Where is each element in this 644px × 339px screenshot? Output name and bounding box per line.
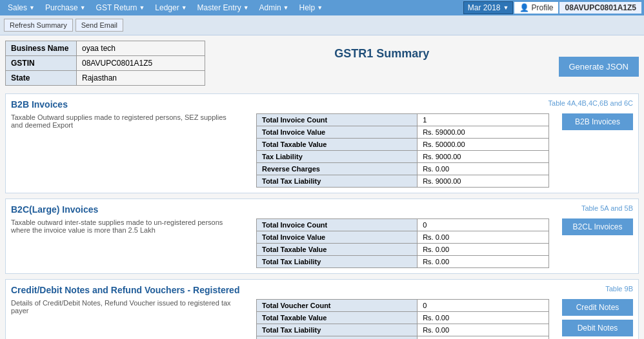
nav-admin[interactable]: Admin ▼	[254, 1, 294, 14]
date-selector[interactable]: Mar 2018 ▼	[463, 1, 514, 14]
table-row: Reverse ChargesRs. 0.00	[257, 163, 549, 175]
row-value: Rs. 59000.00	[418, 126, 549, 139]
nav-sales[interactable]: Sales ▼	[3, 1, 40, 14]
row-value: Rs. 9000.00	[418, 175, 549, 188]
nav-master-entry[interactable]: Master Entry ▼	[192, 1, 254, 14]
page-title: GSTR1 Summary	[218, 41, 546, 61]
row-label: Total Invoice Count	[257, 114, 418, 126]
generate-json-button[interactable]: Generate JSON	[559, 57, 639, 77]
section-b2b: B2B InvoicesTable 4A,4B,4C,6B and 6CTaxa…	[5, 93, 639, 193]
section-actions: B2B Invoices	[556, 113, 633, 130]
row-label: Total Invoice Value	[257, 126, 418, 139]
table-row: Total Invoice ValueRs. 0.00	[257, 231, 549, 244]
row-value: 0	[418, 219, 549, 231]
data-table: Total Voucher Count0Total Taxable ValueR…	[256, 299, 549, 339]
refresh-summary-button[interactable]: Refresh Summary	[4, 19, 73, 32]
table-row: Total Tax LiabilityRs. 9000.00	[257, 175, 549, 188]
row-label: Total Invoice Count	[257, 219, 418, 231]
top-navigation: Sales ▼ Purchase ▼ GST Return ▼ Ledger ▼…	[0, 0, 644, 15]
nav-purchase[interactable]: Purchase ▼	[40, 1, 91, 14]
section-title: B2B Invoices	[11, 99, 68, 110]
b2cl-invoices-btn[interactable]: B2CL Invoices	[562, 218, 633, 235]
section-header: Credit/Debit Notes and Refund Vouchers -…	[11, 285, 633, 295]
row-label: Reverse Charges	[257, 163, 418, 175]
section-table-ref: Table 5A and 5B	[581, 204, 633, 212]
table-row: Business Name oyaa tech	[6, 41, 205, 56]
state-label: State	[6, 71, 77, 86]
section-body: Taxable Outward supplies made to registe…	[11, 113, 633, 188]
data-table: Total Invoice Count1Total Invoice ValueR…	[256, 113, 549, 188]
nav-gst-return[interactable]: GST Return ▼	[91, 1, 150, 14]
row-label: Total Taxable Value	[257, 244, 418, 256]
table-row: Total Taxable ValueRs. 50000.00	[257, 139, 549, 151]
table-row: Net Taxable ValueRs. 0.00	[257, 336, 549, 340]
row-value: Rs. 0.00	[418, 244, 549, 256]
row-label: Total Taxable Value	[257, 139, 418, 151]
row-value: Rs. 0.00	[418, 324, 549, 336]
toolbar: Refresh Summary Send Email	[0, 15, 644, 35]
section-data: Total Voucher Count0Total Taxable ValueR…	[256, 299, 549, 339]
section-body: Details of Credit/Debit Notes, Refund Vo…	[11, 299, 633, 339]
section-table-ref: Table 4A,4B,4C,6B and 6C	[548, 99, 633, 107]
row-value: 1	[418, 114, 549, 126]
table-row: GSTIN 08AVUPC0801A1Z5	[6, 56, 205, 71]
b2b-invoices-btn[interactable]: B2B Invoices	[562, 113, 633, 130]
row-value: Rs. 9000.00	[418, 151, 549, 163]
credit-notes-btn[interactable]: Credit Notes	[562, 299, 633, 316]
table-row: Total Invoice Count0	[257, 219, 549, 231]
section-desc-text: Taxable Outward supplies made to registe…	[11, 113, 237, 129]
gstin-value: 08AVUPC0801A1Z5	[77, 56, 205, 71]
row-label: Total Invoice Value	[257, 231, 418, 244]
row-label: Total Tax Liability	[257, 175, 418, 188]
row-value: Rs. 0.00	[418, 336, 549, 340]
chevron-down-icon: ▼	[503, 5, 509, 11]
business-name-value: oyaa tech	[77, 41, 205, 56]
table-row: Total Taxable ValueRs. 0.00	[257, 244, 549, 256]
sections-container: B2B InvoicesTable 4A,4B,4C,6B and 6CTaxa…	[5, 93, 639, 339]
section-description: Taxable outward inter-state supplies mad…	[11, 218, 250, 239]
chevron-down-icon: ▼	[139, 5, 145, 11]
table-row: Total Tax LiabilityRs. 0.00	[257, 256, 549, 268]
row-value: Rs. 0.00	[418, 231, 549, 244]
chevron-down-icon: ▼	[243, 5, 249, 11]
section-body: Taxable outward inter-state supplies mad…	[11, 218, 633, 268]
business-name-label: Business Name	[6, 41, 77, 56]
debit-notes-btn[interactable]: Debit Notes	[562, 320, 633, 336]
send-email-button[interactable]: Send Email	[75, 19, 123, 32]
section-table-ref: Table 9B	[605, 285, 633, 293]
nav-ledger[interactable]: Ledger ▼	[150, 1, 192, 14]
section-title: Credit/Debit Notes and Refund Vouchers -…	[11, 285, 239, 295]
row-label: Tax Liability	[257, 151, 418, 163]
section-header: B2C(Large) InvoicesTable 5A and 5B	[11, 204, 633, 215]
table-row: Total Invoice Count1	[257, 114, 549, 126]
row-label: Total Taxable Value	[257, 312, 418, 324]
chevron-down-icon: ▼	[283, 5, 289, 11]
table-row: State Rajasthan	[6, 71, 205, 86]
chevron-down-icon: ▼	[29, 5, 35, 11]
table-row: Total Voucher Count0	[257, 300, 549, 312]
gstin-label: GSTIN	[6, 56, 77, 71]
section-desc-text: Taxable outward inter-state supplies mad…	[11, 218, 237, 234]
state-value: Rajasthan	[77, 71, 205, 86]
row-label: Total Tax Liability	[257, 256, 418, 268]
nav-help[interactable]: Help ▼	[294, 1, 328, 14]
section-description: Details of Credit/Debit Notes, Refund Vo…	[11, 299, 250, 320]
section-title: B2C(Large) Invoices	[11, 204, 98, 215]
chevron-down-icon: ▼	[181, 5, 187, 11]
row-value: Rs. 0.00	[418, 256, 549, 268]
table-row: Tax LiabilityRs. 9000.00	[257, 151, 549, 163]
section-cdn: Credit/Debit Notes and Refund Vouchers -…	[5, 279, 639, 339]
section-data: Total Invoice Count0Total Invoice ValueR…	[256, 218, 549, 268]
section-actions: Credit NotesDebit Notes	[556, 299, 633, 336]
row-value: Rs. 0.00	[418, 312, 549, 324]
data-table: Total Invoice Count0Total Invoice ValueR…	[256, 218, 549, 268]
main-content: Business Name oyaa tech GSTIN 08AVUPC080…	[0, 35, 644, 339]
profile-button[interactable]: 👤 Profile	[514, 2, 558, 14]
section-actions: B2CL Invoices	[556, 218, 633, 235]
section-description: Taxable Outward supplies made to registe…	[11, 113, 250, 134]
user-icon: 👤	[519, 3, 529, 12]
section-header: B2B InvoicesTable 4A,4B,4C,6B and 6C	[11, 99, 633, 110]
table-row: Total Invoice ValueRs. 59000.00	[257, 126, 549, 139]
row-label: Total Tax Liability	[257, 324, 418, 336]
table-row: Total Tax LiabilityRs. 0.00	[257, 324, 549, 336]
